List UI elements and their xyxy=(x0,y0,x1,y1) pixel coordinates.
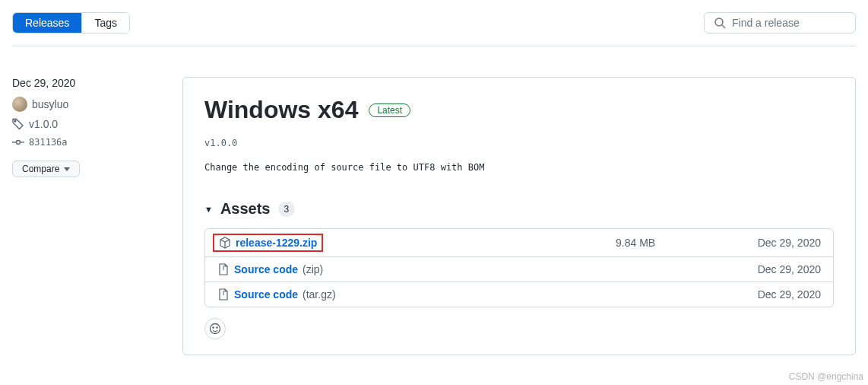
svg-point-12 xyxy=(211,324,220,334)
zip-icon xyxy=(217,263,230,275)
svg-point-2 xyxy=(14,120,16,122)
package-icon xyxy=(219,237,231,249)
tag-icon xyxy=(12,118,24,130)
svg-line-1 xyxy=(722,25,725,28)
asset-list: release-1229.zip9.84 MBDec 29, 2020Sourc… xyxy=(204,228,834,307)
assets-toggle[interactable]: ▼ Assets 3 xyxy=(204,200,834,218)
zip-icon xyxy=(217,288,230,301)
search-container[interactable] xyxy=(704,12,856,33)
asset-name-text: release-1229.zip xyxy=(236,237,317,249)
asset-name-text: Source code xyxy=(234,288,298,301)
author-link[interactable]: busyluo xyxy=(32,98,68,110)
avatar[interactable] xyxy=(12,97,27,112)
release-panel: Windows x64 Latest v1.0.0 Change the enc… xyxy=(182,77,856,355)
asset-ext: (zip) xyxy=(303,263,323,275)
tab-tags[interactable]: Tags xyxy=(81,13,129,33)
release-description: Change the encoding of source file to UT… xyxy=(204,162,834,173)
tag-link[interactable]: v1.0.0 xyxy=(29,118,58,130)
search-input[interactable] xyxy=(732,17,846,29)
add-reaction-button[interactable] xyxy=(204,318,226,339)
asset-date: Dec 29, 2020 xyxy=(730,263,821,275)
asset-name-text: Source code xyxy=(234,263,298,275)
compare-button[interactable]: Compare xyxy=(12,161,80,177)
asset-row: release-1229.zip9.84 MBDec 29, 2020 xyxy=(205,229,833,256)
assets-label: Assets xyxy=(220,200,271,218)
search-icon xyxy=(714,17,726,29)
smiley-icon xyxy=(209,323,221,335)
svg-point-0 xyxy=(715,18,723,26)
release-title: Windows x64 xyxy=(204,96,358,124)
assets-count: 3 xyxy=(278,202,296,217)
asset-link[interactable]: Source code (zip) xyxy=(217,263,323,275)
divider xyxy=(12,46,856,46)
caret-down-icon: ▼ xyxy=(204,205,213,214)
release-version: v1.0.0 xyxy=(204,138,834,148)
commit-link[interactable]: 831136a xyxy=(29,137,68,148)
tab-releases[interactable]: Releases xyxy=(13,13,81,33)
svg-point-14 xyxy=(217,327,217,328)
compare-label: Compare xyxy=(22,164,59,174)
latest-badge: Latest xyxy=(369,103,410,117)
caret-down-icon xyxy=(64,167,70,171)
asset-link[interactable]: Source code (tar.gz) xyxy=(217,288,336,301)
asset-date: Dec 29, 2020 xyxy=(730,237,821,249)
svg-point-13 xyxy=(213,327,214,328)
sidebar: Dec 29, 2020 busyluo v1.0.0 831136a Comp… xyxy=(12,77,164,355)
asset-ext: (tar.gz) xyxy=(303,288,336,301)
asset-row: Source code (zip)Dec 29, 2020 xyxy=(205,256,833,282)
asset-date: Dec 29, 2020 xyxy=(730,288,821,301)
commit-icon xyxy=(12,136,24,148)
svg-point-3 xyxy=(17,141,21,145)
highlight-box: release-1229.zip xyxy=(213,234,323,252)
release-date: Dec 29, 2020 xyxy=(12,77,164,89)
asset-row: Source code (tar.gz)Dec 29, 2020 xyxy=(205,282,833,307)
asset-link[interactable]: release-1229.zip xyxy=(217,235,318,250)
asset-size: 9.84 MB xyxy=(616,237,730,249)
tabs-nav: Releases Tags xyxy=(12,12,130,33)
